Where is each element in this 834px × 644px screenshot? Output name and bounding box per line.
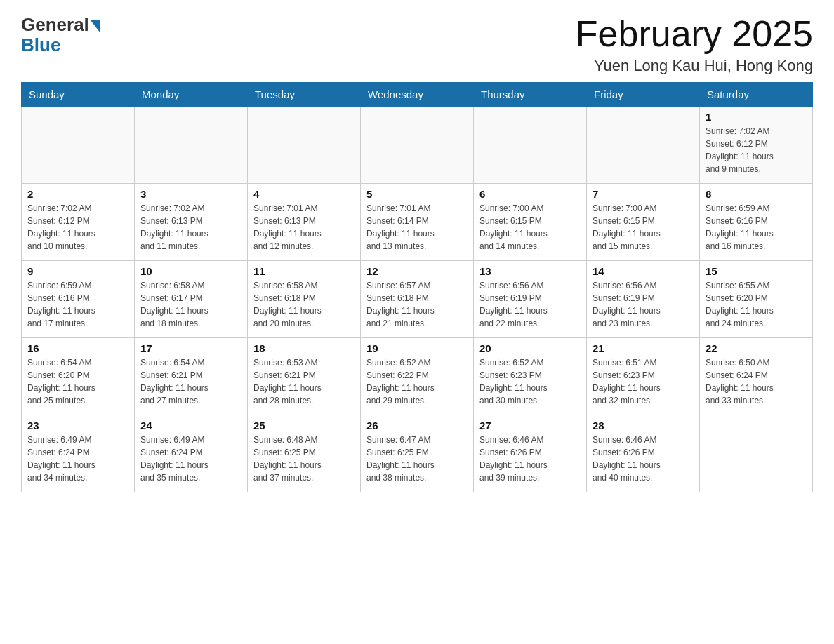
calendar-day-cell: 25Sunrise: 6:48 AM Sunset: 6:25 PM Dayli… [248,415,361,492]
day-info: Sunrise: 6:56 AM Sunset: 6:19 PM Dayligh… [479,279,581,330]
day-of-week-header: Sunday [22,83,135,107]
calendar-day-cell: 12Sunrise: 6:57 AM Sunset: 6:18 PM Dayli… [361,261,474,338]
day-info: Sunrise: 6:54 AM Sunset: 6:21 PM Dayligh… [140,356,241,407]
page-header: General Blue February 2025 Yuen Long Kau… [21,14,813,75]
day-number: 1 [706,111,807,123]
day-number: 22 [706,342,807,354]
calendar-day-cell: 8Sunrise: 6:59 AM Sunset: 6:16 PM Daylig… [700,184,813,261]
calendar-day-cell [135,107,248,184]
day-number: 20 [479,342,581,354]
calendar-day-cell: 4Sunrise: 7:01 AM Sunset: 6:13 PM Daylig… [248,184,361,261]
calendar-week-row: 16Sunrise: 6:54 AM Sunset: 6:20 PM Dayli… [22,338,813,415]
calendar-day-cell: 3Sunrise: 7:02 AM Sunset: 6:13 PM Daylig… [135,184,248,261]
logo-text: General [21,14,100,36]
day-info: Sunrise: 6:59 AM Sunset: 6:16 PM Dayligh… [706,202,807,253]
day-of-week-header: Tuesday [248,83,361,107]
calendar-week-row: 2Sunrise: 7:02 AM Sunset: 6:12 PM Daylig… [22,184,813,261]
day-info: Sunrise: 6:55 AM Sunset: 6:20 PM Dayligh… [706,279,807,330]
day-number: 3 [140,188,241,200]
day-info: Sunrise: 7:02 AM Sunset: 6:13 PM Dayligh… [140,202,241,253]
day-of-week-header: Saturday [700,83,813,107]
day-of-week-header: Friday [587,83,700,107]
logo: General Blue [21,14,100,56]
calendar-day-cell: 10Sunrise: 6:58 AM Sunset: 6:17 PM Dayli… [135,261,248,338]
day-info: Sunrise: 6:54 AM Sunset: 6:20 PM Dayligh… [27,356,128,407]
day-number: 27 [479,420,581,431]
day-number: 24 [140,420,241,431]
day-info: Sunrise: 6:50 AM Sunset: 6:24 PM Dayligh… [706,356,807,407]
calendar-day-cell [361,107,474,184]
calendar-day-cell: 27Sunrise: 6:46 AM Sunset: 6:26 PM Dayli… [474,415,587,492]
day-number: 5 [366,188,468,200]
calendar-week-row: 1Sunrise: 7:02 AM Sunset: 6:12 PM Daylig… [22,107,813,184]
day-info: Sunrise: 6:57 AM Sunset: 6:18 PM Dayligh… [366,279,468,330]
day-number: 19 [366,342,468,354]
day-info: Sunrise: 7:02 AM Sunset: 6:12 PM Dayligh… [27,202,128,253]
day-info: Sunrise: 7:00 AM Sunset: 6:15 PM Dayligh… [593,202,694,253]
day-info: Sunrise: 6:49 AM Sunset: 6:24 PM Dayligh… [140,434,241,484]
day-info: Sunrise: 6:52 AM Sunset: 6:22 PM Dayligh… [366,356,468,407]
day-info: Sunrise: 7:00 AM Sunset: 6:15 PM Dayligh… [479,202,581,253]
calendar-day-cell: 17Sunrise: 6:54 AM Sunset: 6:21 PM Dayli… [135,338,248,415]
calendar-day-cell: 9Sunrise: 6:59 AM Sunset: 6:16 PM Daylig… [22,261,135,338]
calendar-day-cell: 28Sunrise: 6:46 AM Sunset: 6:26 PM Dayli… [587,415,700,492]
calendar-day-cell: 26Sunrise: 6:47 AM Sunset: 6:25 PM Dayli… [361,415,474,492]
day-info: Sunrise: 6:46 AM Sunset: 6:26 PM Dayligh… [593,434,694,484]
day-of-week-header: Monday [135,83,248,107]
calendar-day-cell: 6Sunrise: 7:00 AM Sunset: 6:15 PM Daylig… [474,184,587,261]
calendar-table: SundayMondayTuesdayWednesdayThursdayFrid… [21,82,813,492]
day-info: Sunrise: 6:47 AM Sunset: 6:25 PM Dayligh… [366,434,468,484]
calendar-day-cell [22,107,135,184]
calendar-day-cell [474,107,587,184]
day-info: Sunrise: 6:51 AM Sunset: 6:23 PM Dayligh… [593,356,694,407]
day-number: 25 [253,420,355,431]
calendar-day-cell: 21Sunrise: 6:51 AM Sunset: 6:23 PM Dayli… [587,338,700,415]
day-info: Sunrise: 7:01 AM Sunset: 6:14 PM Dayligh… [366,202,468,253]
day-number: 28 [593,420,694,431]
day-info: Sunrise: 6:52 AM Sunset: 6:23 PM Dayligh… [479,356,581,407]
day-number: 16 [27,342,128,354]
day-number: 9 [27,265,128,277]
day-info: Sunrise: 6:59 AM Sunset: 6:16 PM Dayligh… [27,279,128,330]
calendar-day-cell: 18Sunrise: 6:53 AM Sunset: 6:21 PM Dayli… [248,338,361,415]
calendar-day-cell: 11Sunrise: 6:58 AM Sunset: 6:18 PM Dayli… [248,261,361,338]
day-number: 2 [27,188,128,200]
day-number: 7 [593,188,694,200]
calendar-day-cell: 24Sunrise: 6:49 AM Sunset: 6:24 PM Dayli… [135,415,248,492]
day-number: 18 [253,342,355,354]
day-info: Sunrise: 6:58 AM Sunset: 6:18 PM Dayligh… [253,279,355,330]
day-info: Sunrise: 6:53 AM Sunset: 6:21 PM Dayligh… [253,356,355,407]
day-info: Sunrise: 7:01 AM Sunset: 6:13 PM Dayligh… [253,202,355,253]
logo-arrow-icon [91,20,100,33]
calendar-week-row: 23Sunrise: 6:49 AM Sunset: 6:24 PM Dayli… [22,415,813,492]
calendar-week-row: 9Sunrise: 6:59 AM Sunset: 6:16 PM Daylig… [22,261,813,338]
calendar-day-cell: 7Sunrise: 7:00 AM Sunset: 6:15 PM Daylig… [587,184,700,261]
day-info: Sunrise: 6:49 AM Sunset: 6:24 PM Dayligh… [27,434,128,484]
day-number: 8 [706,188,807,200]
day-number: 11 [253,265,355,277]
calendar-day-cell: 19Sunrise: 6:52 AM Sunset: 6:22 PM Dayli… [361,338,474,415]
calendar-day-cell: 15Sunrise: 6:55 AM Sunset: 6:20 PM Dayli… [700,261,813,338]
calendar-day-cell: 16Sunrise: 6:54 AM Sunset: 6:20 PM Dayli… [22,338,135,415]
day-number: 23 [27,420,128,431]
day-info: Sunrise: 6:48 AM Sunset: 6:25 PM Dayligh… [253,434,355,484]
month-title: February 2025 [576,14,813,54]
calendar-day-cell: 14Sunrise: 6:56 AM Sunset: 6:19 PM Dayli… [587,261,700,338]
day-number: 14 [593,265,694,277]
calendar-day-cell: 2Sunrise: 7:02 AM Sunset: 6:12 PM Daylig… [22,184,135,261]
day-info: Sunrise: 6:56 AM Sunset: 6:19 PM Dayligh… [593,279,694,330]
day-number: 17 [140,342,241,354]
day-of-week-header: Thursday [474,83,587,107]
calendar-header-row: SundayMondayTuesdayWednesdayThursdayFrid… [22,83,813,107]
calendar-day-cell: 20Sunrise: 6:52 AM Sunset: 6:23 PM Dayli… [474,338,587,415]
day-number: 4 [253,188,355,200]
logo-general-text: General [21,14,89,36]
day-info: Sunrise: 6:58 AM Sunset: 6:17 PM Dayligh… [140,279,241,330]
day-info: Sunrise: 6:46 AM Sunset: 6:26 PM Dayligh… [479,434,581,484]
calendar-day-cell: 22Sunrise: 6:50 AM Sunset: 6:24 PM Dayli… [700,338,813,415]
day-number: 15 [706,265,807,277]
day-of-week-header: Wednesday [361,83,474,107]
calendar-day-cell [248,107,361,184]
day-number: 13 [479,265,581,277]
title-section: February 2025 Yuen Long Kau Hui, Hong Ko… [576,14,813,75]
